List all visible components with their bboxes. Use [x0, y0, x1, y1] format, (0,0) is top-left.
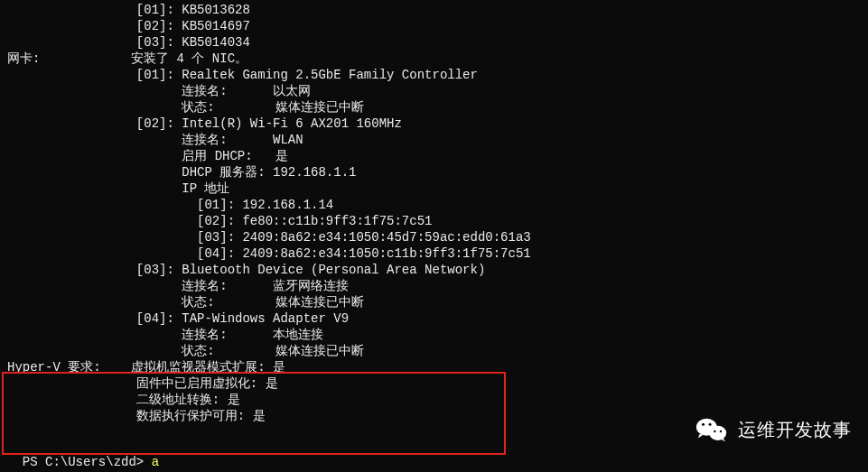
output-line: 固件中已启用虚拟化: 是: [7, 375, 861, 392]
output-line: [01]: KB5013628: [7, 2, 861, 18]
wechat-icon: [695, 412, 729, 447]
output-line: 状态: 媒体连接已中断: [7, 343, 861, 359]
svg-point-4: [714, 430, 715, 432]
output-line: 网卡: 安装了 4 个 NIC。: [7, 51, 861, 67]
output-line: [02]: fe80::c11b:9ff3:1f75:7c51: [7, 213, 861, 229]
output-line: [03]: Bluetooth Device (Personal Area Ne…: [7, 262, 861, 278]
output-line: [01]: Realtek Gaming 2.5GbE Family Contr…: [7, 67, 861, 83]
output-line: 状态: 媒体连接已中断: [7, 294, 861, 310]
watermark: 运维开发故事: [695, 412, 852, 447]
prompt-prefix: PS C:\Users\zdd>: [23, 455, 152, 469]
watermark-text: 运维开发故事: [738, 421, 852, 438]
output-line: DHCP 服务器: 192.168.1.1: [7, 164, 861, 180]
prompt-line[interactable]: PS C:\Users\zdd> a: [7, 438, 159, 470]
output-line: [04]: 2409:8a62:e34:1050:c11b:9ff3:1f75:…: [7, 245, 861, 262]
output-line: 连接名: 蓝牙网络连接: [7, 278, 861, 294]
svg-point-5: [720, 430, 722, 432]
prompt-typed: a: [152, 455, 159, 469]
output-line: Hyper-V 要求: 虚拟机监视器模式扩展: 是: [7, 359, 861, 375]
output-line: 启用 DHCP: 是: [7, 148, 861, 164]
output-line: IP 地址: [7, 180, 861, 197]
output-line: 状态: 媒体连接已中断: [7, 99, 861, 116]
output-line: [03]: KB5014034: [7, 34, 861, 51]
svg-point-3: [709, 423, 712, 426]
output-line: [02]: KB5014697: [7, 18, 861, 34]
output-line: 连接名: WLAN: [7, 132, 861, 148]
output-line: [01]: 192.168.1.14: [7, 197, 861, 213]
output-line: [04]: TAP-Windows Adapter V9: [7, 310, 861, 327]
output-line: 连接名: 本地连接: [7, 327, 861, 343]
svg-point-2: [702, 423, 705, 426]
output-line: [02]: Intel(R) Wi-Fi 6 AX201 160MHz: [7, 116, 861, 132]
output-line: [03]: 2409:8a62:e34:1050:45d7:59ac:edd0:…: [7, 229, 861, 245]
output-line: 连接名: 以太网: [7, 83, 861, 99]
svg-point-1: [709, 426, 726, 440]
output-line: 二级地址转换: 是: [7, 392, 861, 408]
terminal-output: [01]: KB5013628 [02]: KB5014697 [03]: KB…: [0, 0, 868, 426]
